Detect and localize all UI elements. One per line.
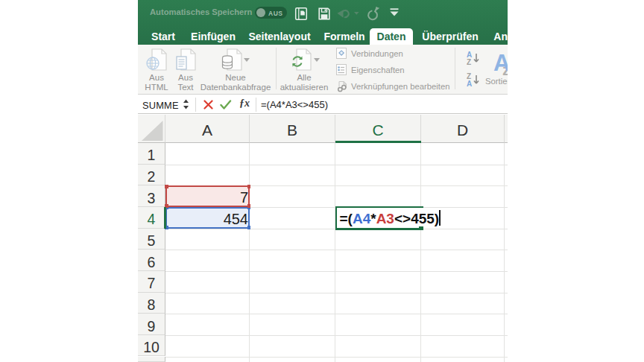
selected-row-indicator [164, 207, 166, 229]
row-header-9[interactable]: 9 [138, 314, 165, 335]
row-header-10[interactable]: 10 [138, 335, 165, 357]
row-header-label: 4 [148, 211, 156, 228]
row-header-3[interactable]: 3 [138, 185, 165, 207]
column-header-e[interactable] [505, 115, 508, 143]
fill-handle [247, 226, 251, 229]
gridline [165, 165, 508, 165]
svg-text:A: A [493, 50, 508, 76]
column-header-label: D [457, 121, 468, 139]
tab-formeln[interactable]: Formeln [323, 31, 364, 42]
title-bar: Automatisches Speichern AUS [138, 0, 508, 45]
undo-icon[interactable] [336, 5, 351, 22]
from-text-label: Aus Text [177, 73, 193, 92]
gridline [504, 143, 505, 362]
autosave-label: Automatisches Speichern [150, 7, 252, 16]
tab-ueberpruefen[interactable]: Überprüfen [422, 31, 478, 42]
row-header-label: 10 [143, 339, 160, 356]
edit-cell-border [335, 206, 423, 208]
tab-ansicht[interactable]: Ansicht [493, 31, 508, 42]
selected-column-indicator [335, 141, 421, 143]
sort-za-icon: Z A [467, 72, 480, 87]
workbook-icon[interactable] [294, 5, 309, 22]
fill-handle [165, 185, 168, 188]
refresh-all-caret [314, 58, 320, 62]
gridline [165, 335, 508, 336]
row-header-8[interactable]: 8 [138, 293, 165, 314]
name-box-stepper[interactable] [183, 98, 189, 110]
cell-value-a4: 454 [224, 211, 248, 228]
svg-text:A: A [467, 51, 472, 59]
sort-label: Sortieren [485, 77, 508, 86]
ribbon-separator-1 [276, 48, 277, 89]
row-header-label: 9 [148, 318, 156, 335]
gridline [420, 143, 421, 362]
save-icon[interactable] [317, 5, 332, 22]
svg-text:Z: Z [467, 72, 471, 80]
row-header-11[interactable] [138, 357, 165, 362]
column-header-a[interactable]: A [165, 115, 250, 143]
name-box[interactable]: SUMME [142, 100, 179, 111]
column-header-d[interactable]: D [421, 115, 505, 143]
row-header-label: 5 [148, 232, 156, 250]
referenced-cell-a3[interactable]: 7 [165, 185, 250, 207]
gridline [165, 293, 508, 293]
formula-token: <>455) [394, 211, 439, 226]
tab-start[interactable]: Start [151, 31, 175, 42]
row-header-label: 6 [148, 254, 156, 271]
formula-bar-input[interactable]: =(A4*A3<>455) [261, 99, 328, 110]
tab-seitenlayout[interactable]: Seitenlayout [248, 31, 310, 42]
column-header-label: A [202, 121, 212, 139]
tab-daten[interactable]: Daten [377, 31, 406, 42]
row-header-7[interactable]: 7 [138, 271, 165, 293]
redo-icon[interactable] [365, 5, 380, 22]
row-header-1[interactable]: 1 [138, 143, 165, 165]
gridline [165, 271, 508, 272]
toggle-knob [256, 8, 265, 17]
cancel-icon[interactable] [203, 100, 213, 109]
insert-function-icon[interactable]: ƒx [239, 98, 250, 109]
edit-links-icon [336, 80, 348, 92]
column-header-b[interactable]: B [250, 115, 335, 143]
connections-label: Verbindungen [351, 49, 403, 58]
gridline [165, 250, 508, 250]
ribbon-separator-2 [455, 48, 455, 89]
select-all-triangle-icon [138, 115, 165, 143]
row-header-6[interactable]: 6 [138, 250, 165, 271]
row-header-label: 2 [148, 168, 156, 185]
new-database-query-icon [221, 48, 244, 72]
ribbon: Aus HTML Aus Text [138, 45, 508, 95]
from-text-icon [175, 48, 198, 72]
ribbon-tabs: Start Einfügen Seitenlayout Formeln Date… [138, 27, 508, 45]
refresh-all-label: Alle aktualisieren [280, 73, 329, 92]
gridline [165, 357, 508, 358]
row-header-label: 8 [148, 296, 156, 314]
formula-bar-separator-1 [195, 98, 196, 112]
enter-icon[interactable] [220, 100, 232, 109]
svg-text:A: A [467, 80, 472, 87]
svg-text:Z: Z [467, 58, 471, 66]
toolbar-options-icon[interactable] [389, 8, 404, 25]
connections-icon [336, 48, 347, 59]
edit-cell-border [335, 228, 421, 229]
gridline [335, 143, 335, 362]
row-header-label: 7 [148, 275, 156, 292]
tab-einfuegen[interactable]: Einfügen [191, 31, 236, 42]
row-header-4[interactable]: 4 [138, 207, 165, 229]
row-header-5[interactable]: 5 [138, 229, 165, 250]
formula-token: A4 [353, 211, 370, 226]
row-header-label: 3 [148, 190, 156, 207]
autosave-toggle[interactable]: AUS [255, 7, 287, 19]
refresh-all-icon [291, 48, 313, 72]
column-header-label: B [287, 121, 297, 139]
referenced-cell-a4[interactable]: 454 [165, 207, 250, 229]
gridline [249, 143, 250, 362]
edit-cell-formula[interactable]: =(A4*A3<>455) [340, 210, 441, 227]
column-header-c[interactable]: C [335, 115, 421, 143]
fill-handle [247, 204, 251, 208]
row-header-2[interactable]: 2 [138, 165, 165, 186]
select-all-corner[interactable] [138, 115, 165, 143]
undo-dropdown-caret[interactable] [353, 11, 360, 16]
gridline [165, 314, 508, 314]
edit-cell-border [335, 206, 337, 230]
spreadsheet-grid[interactable]: ABCD12345678910 454 7 =(A4*A3<>455) [138, 115, 508, 362]
